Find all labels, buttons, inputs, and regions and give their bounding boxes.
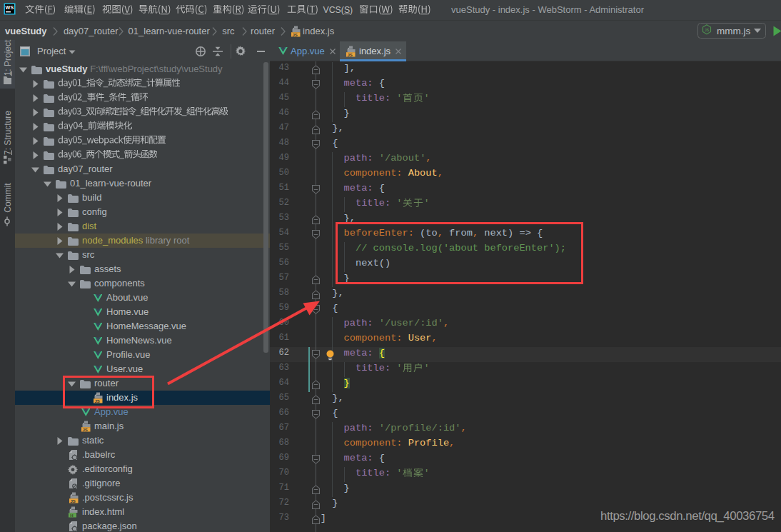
svg-text:WS: WS xyxy=(6,4,14,11)
svg-text:JS: JS xyxy=(705,28,710,32)
svg-text:JS: JS xyxy=(83,428,88,432)
svg-text:JS: JS xyxy=(348,53,353,57)
svg-text:H: H xyxy=(70,513,73,518)
svg-text:JS: JS xyxy=(292,33,297,37)
svg-text:JS: JS xyxy=(71,499,76,503)
